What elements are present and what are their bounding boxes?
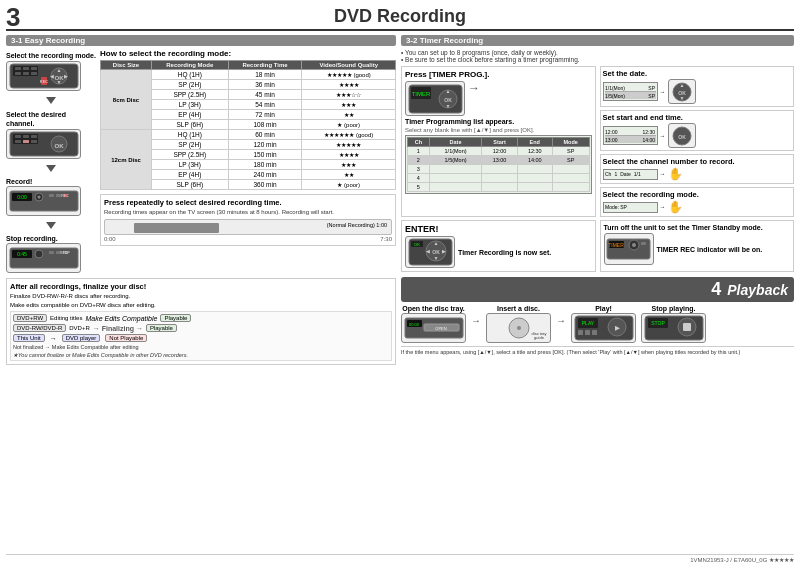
timer-remote-box: TIMER OK ▲ ▼ [405, 81, 465, 116]
svg-rect-70 [641, 242, 646, 245]
svg-rect-7 [31, 72, 37, 75]
svg-rect-39 [49, 251, 54, 254]
timer-result-1: Timer Programming list appears. [405, 118, 592, 125]
turnoff-step: Turn off the unit to set the Timer Stand… [600, 220, 795, 272]
arrow-2 [6, 165, 96, 172]
after-recordings-section: After all recordings, finalize your disc… [6, 278, 396, 365]
step-3-label: Record! [6, 178, 32, 185]
svg-text:OK: OK [54, 143, 64, 149]
svg-text:00:00: 00:00 [408, 322, 419, 327]
timer-note-0: • You can set up to 8 programs (once, da… [401, 49, 794, 56]
page-wrapper: 3 DVD Recording 3-1 Easy Recording Selec… [0, 0, 800, 565]
svg-rect-18 [15, 135, 21, 138]
playback-steps-row: Open the disc tray. 00:00 OPEN → [401, 305, 794, 343]
time-row-1: 12:0012:30 [605, 128, 656, 136]
set-time-box: Set start and end time. 12:0012:30 13:00… [600, 110, 795, 151]
enter-remote-box: OK ▲ ▼ ◀ ▶ OK [405, 236, 455, 268]
svg-text:▼: ▼ [433, 255, 438, 261]
step-1: Select the recording mode. [6, 51, 96, 91]
pb-label-3: Play! [595, 305, 612, 312]
mode-row: Mode: SP [605, 204, 656, 211]
turnoff-action: Turn off the unit to set the Timer Stand… [604, 224, 791, 231]
press-note: Recording times appear on the TV screen … [104, 209, 392, 217]
set-time-content: 12:0012:30 13:0014:00 → OK [603, 123, 792, 148]
pb-device-3: PLAY ▶ [571, 313, 636, 343]
arrow-3 [6, 222, 96, 229]
left-column: 3-1 Easy Recording Select the recording … [6, 35, 396, 555]
pb-arrow-2: → [556, 315, 566, 326]
select-channel-label: Select the channel number to record. [603, 157, 792, 166]
svg-text:TIMER: TIMER [411, 91, 430, 97]
section-31-header: 3-1 Easy Recording [6, 35, 396, 46]
dvd-player-svg-1: 0:00 REC [9, 188, 79, 214]
svg-rect-19 [23, 135, 29, 138]
main-content: 3-1 Easy Recording Select the recording … [6, 35, 794, 555]
timeline-label-1: (Normal Recording) 1:00 [327, 222, 387, 228]
set-date-label: Set the date. [603, 69, 792, 78]
svg-text:◀: ◀ [50, 73, 54, 79]
disc-tray-svg: 00:00 OPEN [404, 315, 464, 341]
timer-remote-svg: TIMER OK ▲ ▼ [408, 84, 463, 114]
svg-rect-32 [56, 194, 61, 197]
pb-device-1: 00:00 OPEN [401, 313, 466, 343]
channel-arrow: → [660, 171, 666, 177]
svg-rect-23 [31, 140, 37, 143]
svg-text:▶: ▶ [614, 325, 619, 331]
pb-step-2: Insert a disc. disc tray guide [486, 305, 551, 343]
timeline-labels-row: 0:00 7:30 [104, 236, 392, 242]
turnoff-result: TIMER REC indicator will be on. [657, 246, 763, 253]
set-date-box: Set the date. 1/1(Mon)SP 1/5(Mon)SP → [600, 66, 795, 107]
enter-turnoff-row: ENTER! OK ▲ ▼ ◀ ▶ [401, 220, 794, 272]
svg-rect-6 [23, 72, 29, 75]
timeline-bar: (Normal Recording) 1:00 [104, 219, 392, 235]
timer-right-steps: Set the date. 1/1(Mon)SP 1/5(Mon)SP → [600, 66, 795, 217]
date-screen: 1/1(Mon)SP 1/5(Mon)SP [603, 82, 658, 101]
svg-point-77 [517, 326, 521, 330]
svg-text:REC: REC [61, 194, 69, 198]
page-footer: 1VMN21953-J / E7A60U_0G ★★★★★ [6, 554, 794, 563]
playable-label-2: Playable [146, 324, 177, 332]
svg-text:▶: ▶ [64, 73, 68, 79]
svg-text:▼: ▼ [679, 95, 684, 101]
svg-rect-86 [585, 330, 590, 335]
page-title: DVD Recording [334, 6, 466, 27]
time-row-2: 13:0014:00 [605, 136, 656, 143]
pb-device-2: disc tray guide [486, 313, 551, 343]
svg-rect-21 [15, 140, 21, 143]
right-column: 3-2 Timer Recording • You can set up to … [401, 35, 794, 555]
svg-text:REC: REC [39, 79, 48, 84]
select-mode-box: Select the recording mode. Mode: SP → ✋ [600, 187, 795, 217]
step-2-device: OK [6, 129, 81, 159]
svg-text:guide: guide [534, 335, 545, 340]
col-recording-mode: Recording Mode [152, 61, 229, 70]
enter-step: ENTER! OK ▲ ▼ ◀ ▶ [401, 220, 596, 272]
tp-col-start: Start [482, 138, 517, 147]
step-3-device: 0:00 REC [6, 186, 81, 216]
pb-label-2: Insert a disc. [497, 305, 540, 312]
step-2: Select the desired channel. [6, 110, 96, 159]
svg-text:▲: ▲ [433, 240, 438, 246]
svg-text:OPEN: OPEN [435, 326, 446, 331]
dvd-player-svg-2: 0:45 STOP [9, 245, 79, 271]
fin-row-1: DVD+RW Editing titles Make Edits Compati… [13, 314, 389, 322]
play-remote-svg: PLAY ▶ [574, 315, 634, 341]
svg-text:▼: ▼ [445, 103, 450, 109]
hand-icon: ✋ [668, 167, 683, 181]
svg-text:OK: OK [678, 134, 686, 140]
timer-prog-table-small: Ch Date Start End Mode 11/1(Mon)12:0012:… [405, 135, 592, 194]
svg-rect-85 [578, 330, 583, 335]
svg-text:▲: ▲ [445, 88, 450, 94]
recording-table-title: How to select the recording mode: [100, 49, 396, 58]
pb-label-1: Open the disc tray. [402, 305, 465, 312]
fin-row-2: DVD-RW/DVD-R DVD+R → Finalizing → Playab… [13, 324, 389, 332]
date-row-1: 1/1(Mon)SP [605, 84, 656, 92]
finalizing-label: → Finalizing → [93, 325, 143, 332]
date-remote-svg: OK ▲ ▼ [670, 81, 694, 103]
svg-text:0:00: 0:00 [17, 194, 27, 200]
svg-point-30 [37, 196, 40, 199]
tp-col-date: Date [429, 138, 482, 147]
dvd-remote-svg-1: OK ▲ ▼ ◀ ▶ REC [9, 63, 79, 89]
time-remote-box: OK [668, 123, 696, 148]
svg-rect-3 [23, 67, 29, 70]
press-repeatedly-section: Press repeatedly to select desired recor… [100, 194, 396, 246]
